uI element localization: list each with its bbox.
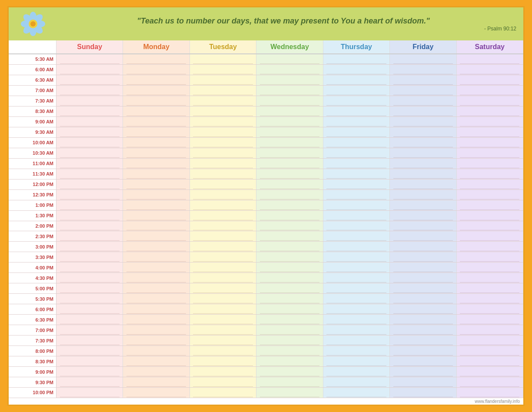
schedule-cell-thursday[interactable] <box>323 221 390 231</box>
schedule-cell-thursday[interactable] <box>323 273 390 283</box>
schedule-cell-thursday[interactable] <box>323 262 390 272</box>
schedule-cell-friday[interactable] <box>390 262 456 272</box>
schedule-cell-thursday[interactable] <box>323 190 390 200</box>
schedule-cell-thursday[interactable] <box>323 106 390 116</box>
schedule-cell-friday[interactable] <box>390 179 456 189</box>
schedule-cell-monday[interactable] <box>123 273 190 283</box>
schedule-cell-monday[interactable] <box>123 388 190 398</box>
schedule-cell-sunday[interactable] <box>57 294 123 304</box>
schedule-cell-thursday[interactable] <box>323 54 390 64</box>
schedule-cell-tuesday[interactable] <box>190 190 256 200</box>
schedule-cell-tuesday[interactable] <box>190 283 256 293</box>
schedule-cell-tuesday[interactable] <box>190 231 256 241</box>
schedule-cell-thursday[interactable] <box>323 377 390 387</box>
schedule-cell-monday[interactable] <box>123 325 190 335</box>
schedule-cell-saturday[interactable] <box>457 388 523 398</box>
schedule-cell-wednesday[interactable] <box>256 367 323 377</box>
schedule-cell-tuesday[interactable] <box>190 356 256 366</box>
schedule-cell-saturday[interactable] <box>457 159 523 169</box>
schedule-cell-sunday[interactable] <box>57 273 123 283</box>
schedule-cell-saturday[interactable] <box>457 221 523 231</box>
schedule-cell-monday[interactable] <box>123 221 190 231</box>
schedule-cell-friday[interactable] <box>390 75 456 85</box>
schedule-cell-saturday[interactable] <box>457 179 523 189</box>
schedule-cell-monday[interactable] <box>123 242 190 252</box>
schedule-cell-thursday[interactable] <box>323 252 390 262</box>
schedule-cell-monday[interactable] <box>123 138 190 148</box>
schedule-cell-sunday[interactable] <box>57 190 123 200</box>
schedule-cell-friday[interactable] <box>390 54 456 64</box>
schedule-cell-sunday[interactable] <box>57 252 123 262</box>
schedule-cell-wednesday[interactable] <box>256 159 323 169</box>
schedule-cell-sunday[interactable] <box>57 169 123 179</box>
schedule-cell-saturday[interactable] <box>457 75 523 85</box>
schedule-cell-saturday[interactable] <box>457 377 523 387</box>
schedule-cell-friday[interactable] <box>390 294 456 304</box>
schedule-cell-monday[interactable] <box>123 117 190 127</box>
schedule-cell-wednesday[interactable] <box>256 283 323 293</box>
schedule-cell-saturday[interactable] <box>457 242 523 252</box>
schedule-cell-saturday[interactable] <box>457 211 523 221</box>
schedule-cell-friday[interactable] <box>390 96 456 106</box>
schedule-cell-sunday[interactable] <box>57 283 123 293</box>
schedule-cell-friday[interactable] <box>390 304 456 314</box>
schedule-cell-saturday[interactable] <box>457 336 523 346</box>
schedule-cell-saturday[interactable] <box>457 356 523 366</box>
schedule-cell-tuesday[interactable] <box>190 96 256 106</box>
schedule-cell-monday[interactable] <box>123 54 190 64</box>
schedule-cell-tuesday[interactable] <box>190 138 256 148</box>
schedule-cell-saturday[interactable] <box>457 96 523 106</box>
schedule-cell-thursday[interactable] <box>323 75 390 85</box>
schedule-cell-sunday[interactable] <box>57 336 123 346</box>
schedule-cell-sunday[interactable] <box>57 231 123 241</box>
schedule-cell-saturday[interactable] <box>457 325 523 335</box>
schedule-cell-saturday[interactable] <box>457 294 523 304</box>
schedule-cell-wednesday[interactable] <box>256 336 323 346</box>
schedule-cell-sunday[interactable] <box>57 388 123 398</box>
schedule-cell-monday[interactable] <box>123 336 190 346</box>
schedule-cell-tuesday[interactable] <box>190 221 256 231</box>
schedule-cell-sunday[interactable] <box>57 86 123 96</box>
schedule-cell-wednesday[interactable] <box>256 252 323 262</box>
schedule-cell-wednesday[interactable] <box>256 273 323 283</box>
schedule-cell-sunday[interactable] <box>57 117 123 127</box>
schedule-cell-tuesday[interactable] <box>190 346 256 356</box>
schedule-cell-tuesday[interactable] <box>190 273 256 283</box>
schedule-cell-friday[interactable] <box>390 315 456 325</box>
schedule-cell-tuesday[interactable] <box>190 86 256 96</box>
schedule-cell-saturday[interactable] <box>457 106 523 116</box>
schedule-cell-wednesday[interactable] <box>256 211 323 221</box>
schedule-cell-saturday[interactable] <box>457 262 523 272</box>
schedule-cell-monday[interactable] <box>123 367 190 377</box>
schedule-cell-monday[interactable] <box>123 127 190 137</box>
schedule-cell-monday[interactable] <box>123 190 190 200</box>
schedule-cell-thursday[interactable] <box>323 388 390 398</box>
schedule-cell-friday[interactable] <box>390 242 456 252</box>
schedule-cell-monday[interactable] <box>123 211 190 221</box>
schedule-cell-thursday[interactable] <box>323 356 390 366</box>
schedule-cell-tuesday[interactable] <box>190 377 256 387</box>
schedule-cell-sunday[interactable] <box>57 54 123 64</box>
schedule-cell-wednesday[interactable] <box>256 346 323 356</box>
schedule-cell-sunday[interactable] <box>57 138 123 148</box>
schedule-cell-monday[interactable] <box>123 75 190 85</box>
schedule-cell-tuesday[interactable] <box>190 211 256 221</box>
schedule-cell-wednesday[interactable] <box>256 388 323 398</box>
schedule-cell-wednesday[interactable] <box>256 169 323 179</box>
schedule-cell-saturday[interactable] <box>457 346 523 356</box>
schedule-cell-tuesday[interactable] <box>190 200 256 210</box>
schedule-cell-wednesday[interactable] <box>256 127 323 137</box>
schedule-cell-tuesday[interactable] <box>190 304 256 314</box>
schedule-cell-tuesday[interactable] <box>190 65 256 75</box>
schedule-cell-saturday[interactable] <box>457 283 523 293</box>
schedule-cell-sunday[interactable] <box>57 200 123 210</box>
schedule-cell-tuesday[interactable] <box>190 148 256 158</box>
schedule-cell-friday[interactable] <box>390 65 456 75</box>
schedule-cell-thursday[interactable] <box>323 336 390 346</box>
schedule-cell-thursday[interactable] <box>323 138 390 148</box>
schedule-cell-thursday[interactable] <box>323 304 390 314</box>
schedule-cell-monday[interactable] <box>123 148 190 158</box>
schedule-cell-sunday[interactable] <box>57 242 123 252</box>
schedule-cell-saturday[interactable] <box>457 190 523 200</box>
schedule-cell-wednesday[interactable] <box>256 190 323 200</box>
